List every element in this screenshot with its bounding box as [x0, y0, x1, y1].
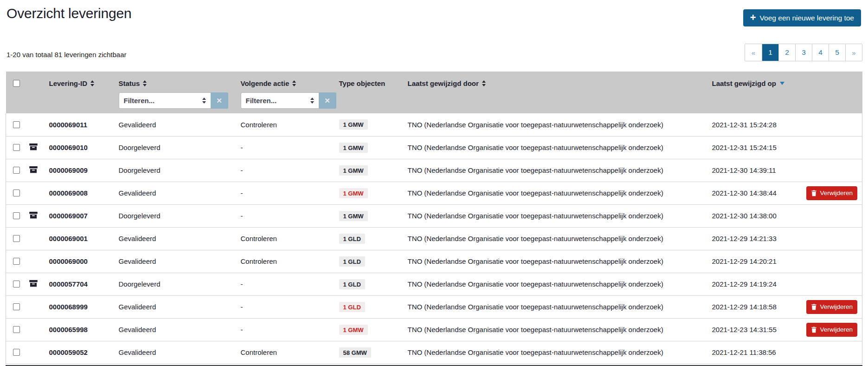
levering-id: 0000069010 [49, 136, 118, 159]
levering-id: 0000069008 [49, 182, 118, 204]
add-delivery-button-label: Voeg een nieuwe levering toe [760, 14, 854, 22]
type-badge: 1 GMW [339, 143, 368, 153]
status-cell: Gevalideerd [118, 182, 240, 204]
type-badge: 1 GLD [339, 256, 365, 267]
status-cell: Gevalideerd [118, 295, 240, 318]
next-action-cell: Controleren [240, 227, 339, 250]
column-header-laatst-gewijzigd-door[interactable]: Laatst gewijzigd door [408, 79, 486, 87]
table-row[interactable]: 0000068999 Gevalideerd - 1 GLD TNO (Nede… [6, 295, 862, 318]
status-filter-select[interactable]: Filteren... [119, 92, 211, 109]
row-checkbox[interactable] [13, 144, 20, 151]
levering-id: 0000069007 [49, 204, 118, 227]
archive-box-icon [29, 142, 38, 151]
row-checkbox[interactable] [13, 349, 20, 356]
row-checkbox[interactable] [13, 121, 20, 128]
table-row[interactable]: 0000069009 Doorgeleverd - 1 GMW TNO (Ned… [6, 159, 862, 182]
next-action-cell: Controleren [240, 113, 339, 136]
delete-button[interactable]: Verwijderen [806, 300, 857, 314]
table-row[interactable]: 0000069001 Gevalideerd Controleren 1 GLD… [6, 227, 862, 250]
levering-id: 0000069011 [49, 113, 118, 136]
row-checkbox[interactable] [13, 190, 20, 196]
next-action-cell: - [240, 273, 339, 295]
column-header-volgende-actie[interactable]: Volgende actie [241, 79, 296, 87]
status-filter-clear-button[interactable]: ✕ [211, 92, 228, 109]
table-row[interactable]: 0000069000 Gevalideerd Controleren 1 GLD… [6, 250, 862, 273]
modified-by-cell: TNO (Nederlandse Organisatie voor toegep… [407, 136, 712, 159]
row-checkbox[interactable] [13, 258, 20, 265]
next-action-cell: - [240, 318, 339, 341]
modified-by-cell: TNO (Nederlandse Organisatie voor toegep… [407, 182, 712, 204]
next-action-filter-clear-button[interactable]: ✕ [319, 92, 336, 109]
subbar: 1-20 van totaal 81 leveringen zichtbaar … [6, 28, 862, 61]
levering-id: 0000059052 [49, 341, 118, 364]
column-header-laatst-gewijzigd-op[interactable]: Laatst gewijzigd op [712, 79, 784, 87]
next-action-cell: Controleren [240, 341, 339, 364]
table-row[interactable]: 0000069008 Gevalideerd - 1 GMW TNO (Nede… [6, 182, 862, 204]
table-row[interactable]: 0000069010 Doorgeleverd - 1 GMW TNO (Ned… [6, 136, 862, 159]
archive-box-icon [29, 210, 38, 220]
status-cell: Gevalideerd [118, 250, 240, 273]
modified-at-cell: 2021-12-31 15:24:15 [712, 136, 797, 159]
table-body: 0000069011 Gevalideerd Controleren 1 GMW… [6, 113, 862, 364]
modified-at-cell: 2021-12-30 14:38:00 [712, 204, 797, 227]
modified-by-cell: TNO (Nederlandse Organisatie voor toegep… [407, 159, 712, 182]
pagination-page-4[interactable]: 4 [812, 44, 829, 61]
column-header-type-objecten: Type objecten [339, 79, 386, 87]
type-badge: 1 GLD [339, 279, 365, 289]
delete-button[interactable]: Verwijderen [806, 186, 857, 200]
column-header-levering-id[interactable]: Levering-ID [49, 79, 95, 87]
modified-by-cell: TNO (Nederlandse Organisatie voor toegep… [407, 113, 712, 136]
modified-by-cell: TNO (Nederlandse Organisatie voor toegep… [407, 295, 712, 318]
type-badge: 1 GMW [339, 325, 368, 335]
levering-id: 0000068999 [49, 295, 118, 318]
select-all-checkbox[interactable] [13, 80, 20, 87]
status-cell: Gevalideerd [118, 341, 240, 364]
row-checkbox[interactable] [13, 326, 20, 333]
modified-by-cell: TNO (Nederlandse Organisatie voor toegep… [407, 318, 712, 341]
modified-at-cell: 2021-12-29 14:21:33 [712, 227, 797, 250]
results-summary: 1-20 van totaal 81 leveringen zichtbaar [6, 51, 127, 59]
levering-id: 0000069000 [49, 250, 118, 273]
modified-at-cell: 2021-12-29 14:20:21 [712, 250, 797, 273]
table-row[interactable]: 0000069007 Doorgeleverd - 1 GMW TNO (Ned… [6, 204, 862, 227]
status-cell: Doorgeleverd [118, 159, 240, 182]
pagination-prev[interactable]: « [745, 44, 762, 61]
pagination-page-3[interactable]: 3 [795, 44, 812, 61]
row-checkbox[interactable] [13, 167, 20, 174]
row-checkbox[interactable] [13, 235, 20, 242]
status-cell: Gevalideerd [118, 318, 240, 341]
next-action-cell: - [240, 182, 339, 204]
modified-at-cell: 2021-12-29 14:19:24 [712, 273, 797, 295]
delete-button-label: Verwijderen [820, 326, 853, 333]
table-row[interactable]: 0000059052 Gevalideerd Controleren 58 GM… [6, 341, 862, 364]
table-row[interactable]: 0000057704 Doorgeleverd - 1 GLD TNO (Ned… [6, 273, 862, 295]
table-row[interactable]: 0000065998 Gevalideerd - 1 GMW TNO (Nede… [6, 318, 862, 341]
sort-icon [90, 80, 94, 86]
status-cell: Doorgeleverd [118, 273, 240, 295]
pagination-page-1[interactable]: 1 [762, 44, 778, 61]
status-filter: Filteren... ✕ [119, 92, 228, 109]
pagination-page-2[interactable]: 2 [778, 44, 795, 61]
plus-icon: + [750, 13, 756, 23]
pagination-next[interactable]: » [845, 44, 862, 61]
status-cell: Doorgeleverd [118, 204, 240, 227]
modified-at-cell: 2021-12-31 15:24:28 [712, 113, 797, 136]
modified-at-cell: 2021-12-23 14:31:55 [712, 318, 797, 341]
status-cell: Gevalideerd [118, 227, 240, 250]
sort-icon [143, 80, 147, 86]
archive-box-icon [29, 279, 38, 288]
column-header-status[interactable]: Status [119, 79, 147, 87]
row-checkbox[interactable] [13, 281, 20, 288]
type-badge: 1 GLD [339, 302, 365, 312]
row-checkbox[interactable] [13, 303, 20, 310]
next-action-filter-select[interactable]: Filteren... [241, 92, 319, 109]
type-badge: 1 GMW [339, 188, 368, 198]
pagination-page-5[interactable]: 5 [829, 44, 845, 61]
row-checkbox[interactable] [13, 212, 20, 219]
table-row[interactable]: 0000069011 Gevalideerd Controleren 1 GMW… [6, 113, 862, 136]
next-action-filter: Filteren... ✕ [241, 92, 336, 109]
trash-icon [811, 190, 817, 196]
add-delivery-button[interactable]: + Voeg een nieuwe levering toe [743, 9, 861, 26]
pagination: «12345» [745, 44, 862, 61]
delete-button[interactable]: Verwijderen [806, 323, 857, 337]
